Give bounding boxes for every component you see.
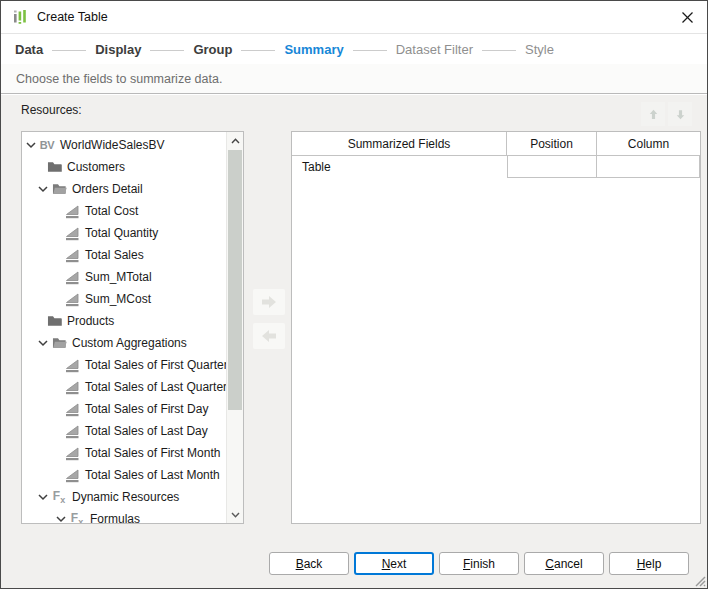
tree-item-label: Total Sales of First Day — [85, 402, 208, 416]
step-group[interactable]: Group — [193, 42, 232, 57]
resize-grip-icon[interactable] — [692, 573, 706, 587]
table-header-row: Summarized FieldsPositionColumn — [292, 132, 700, 156]
tree-item-total-sales-of-first-month[interactable]: Total Sales of First Month — [22, 442, 226, 464]
bar-chart-icon — [13, 9, 29, 25]
step-connector — [52, 50, 86, 51]
step-connector — [150, 50, 184, 51]
create-table-dialog: Create Table DataDisplayGroupSummaryData… — [0, 0, 708, 589]
folder-icon — [46, 313, 62, 329]
folder-open-icon — [51, 181, 67, 197]
chevron-down-icon[interactable] — [56, 514, 68, 524]
step-summary[interactable]: Summary — [284, 42, 343, 57]
row-position-cell[interactable] — [507, 156, 597, 178]
cancel-button[interactable]: Cancel — [524, 552, 604, 575]
column-header-position: Position — [507, 132, 597, 155]
help-button[interactable]: Help — [609, 552, 689, 575]
tree-item-label: Sum_MCost — [85, 292, 151, 306]
close-icon[interactable] — [677, 7, 697, 27]
chevron-down-icon[interactable] — [26, 140, 38, 150]
tree-items: BVWorldWideSalesBVCustomersOrders Detail… — [22, 134, 226, 524]
add-arrow-icon[interactable] — [253, 289, 285, 315]
tree-item-label: Customers — [67, 160, 125, 174]
tree-item-sum-mtotal[interactable]: Sum_MTotal — [22, 266, 226, 288]
tree-item-dynamic-resources[interactable]: FxDynamic Resources — [22, 486, 226, 508]
chevron-down-icon[interactable] — [38, 492, 50, 502]
summary-field-icon — [64, 357, 80, 373]
back-button[interactable]: Back — [269, 552, 349, 575]
next-button[interactable]: Next — [354, 552, 434, 575]
step-dataset-filter[interactable]: Dataset Filter — [396, 42, 473, 57]
row-field-label[interactable]: Table — [292, 156, 507, 178]
tree-item-label: Total Cost — [85, 204, 138, 218]
resources-tree: BVWorldWideSalesBVCustomersOrders Detail… — [21, 131, 244, 524]
tree-item-label: Total Sales of Last Month — [85, 468, 220, 482]
step-connector — [482, 50, 516, 51]
finish-button[interactable]: Finish — [439, 552, 519, 575]
summary-field-icon — [64, 203, 80, 219]
step-connector — [241, 50, 275, 51]
tree-item-worldwidesalesbv[interactable]: BVWorldWideSalesBV — [22, 134, 226, 156]
table-row[interactable]: Table — [292, 156, 700, 178]
step-style[interactable]: Style — [525, 42, 554, 57]
tree-item-label: WorldWideSalesBV — [60, 138, 164, 152]
summary-field-icon — [64, 269, 80, 285]
step-data[interactable]: Data — [15, 42, 43, 57]
tree-item-total-sales-of-last-day[interactable]: Total Sales of Last Day — [22, 420, 226, 442]
move-up-icon[interactable] — [641, 102, 665, 126]
tree-item-sum-mcost[interactable]: Sum_MCost — [22, 288, 226, 310]
tree-item-total-sales-of-last-month[interactable]: Total Sales of Last Month — [22, 464, 226, 486]
summary-field-icon — [64, 379, 80, 395]
move-down-icon[interactable] — [668, 102, 692, 126]
folder-icon — [46, 159, 62, 175]
dialog-body: Resources: BVWorldWideSalesBVCustomersOr… — [1, 95, 707, 588]
tree-item-label: Total Sales of Last Quarter — [85, 380, 227, 394]
tree-item-products[interactable]: Products — [22, 310, 226, 332]
column-header-column: Column — [597, 132, 700, 155]
chevron-down-icon[interactable] — [38, 338, 50, 348]
column-header-summarized-fields: Summarized Fields — [292, 132, 507, 155]
tree-item-orders-detail[interactable]: Orders Detail — [22, 178, 226, 200]
tree-item-label: Dynamic Resources — [72, 490, 179, 504]
tree-item-label: Total Sales of First Month — [85, 446, 220, 460]
tree-item-custom-aggregations[interactable]: Custom Aggregations — [22, 332, 226, 354]
table-rows: Table — [292, 156, 700, 178]
tree-item-total-sales-of-first-quarter[interactable]: Total Sales of First Quarter — [22, 354, 226, 376]
summary-field-icon — [64, 401, 80, 417]
tree-scrollbar[interactable] — [226, 132, 243, 523]
wizard-steps: DataDisplayGroupSummaryDataset FilterSty… — [1, 35, 707, 64]
tree-item-formulas[interactable]: FxFormulas — [22, 508, 226, 524]
summary-field-icon — [64, 467, 80, 483]
tree-item-total-cost[interactable]: Total Cost — [22, 200, 226, 222]
summarized-fields-table: Summarized FieldsPositionColumn Table — [291, 131, 701, 524]
tree-item-label: Products — [67, 314, 114, 328]
scroll-up-icon[interactable] — [227, 132, 243, 149]
step-display[interactable]: Display — [95, 42, 141, 57]
tree-item-customers[interactable]: Customers — [22, 156, 226, 178]
tree-item-total-sales-of-last-quarter[interactable]: Total Sales of Last Quarter — [22, 376, 226, 398]
tree-item-label: Total Sales of Last Day — [85, 424, 208, 438]
tree-item-label: Formulas — [90, 512, 140, 524]
tree-item-total-sales-of-first-day[interactable]: Total Sales of First Day — [22, 398, 226, 420]
chevron-down-icon[interactable] — [38, 184, 50, 194]
tree-item-label: Total Quantity — [85, 226, 158, 240]
tree-item-label: Orders Detail — [72, 182, 143, 196]
instruction-text: Choose the fields to summarize data. — [1, 64, 707, 94]
tree-item-label: Total Sales of First Quarter — [85, 358, 228, 372]
scrollbar-thumb[interactable] — [228, 150, 242, 410]
window-title: Create Table — [37, 10, 108, 24]
tree-item-total-sales[interactable]: Total Sales — [22, 244, 226, 266]
step-connector — [353, 50, 387, 51]
summary-field-icon — [64, 423, 80, 439]
tree-item-label: Total Sales — [85, 248, 144, 262]
tree-item-total-quantity[interactable]: Total Quantity — [22, 222, 226, 244]
business-view-icon: BV — [39, 137, 55, 153]
fx-icon: Fx — [69, 511, 85, 524]
row-column-cell[interactable] — [597, 156, 700, 178]
summary-field-icon — [64, 291, 80, 307]
resources-label: Resources: — [21, 103, 82, 117]
summary-field-icon — [64, 225, 80, 241]
remove-arrow-icon[interactable] — [253, 323, 285, 349]
folder-open-icon — [51, 335, 67, 351]
scroll-down-icon[interactable] — [227, 506, 243, 523]
summary-field-icon — [64, 247, 80, 263]
